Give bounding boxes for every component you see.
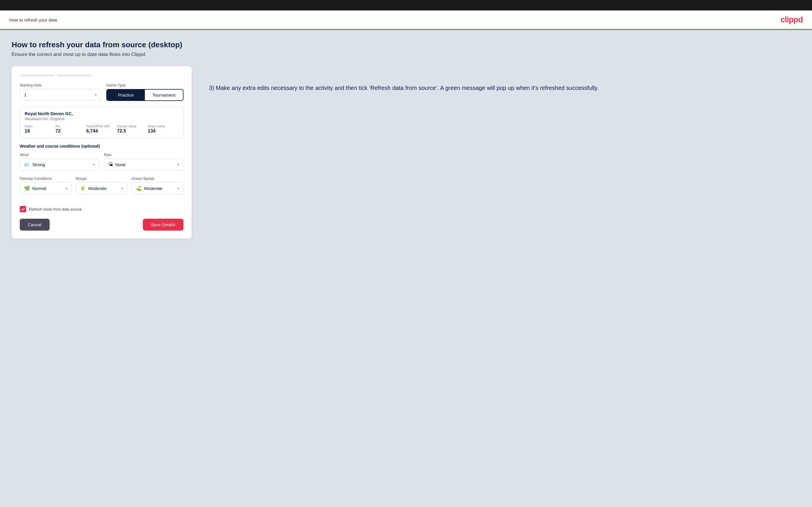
tab-placeholder-2 bbox=[57, 74, 92, 76]
fairway-group: Fairway Conditions 🌿 Normal ▾ bbox=[20, 176, 72, 194]
top-tabs bbox=[20, 74, 184, 76]
form-panel: Starting Hole 1 ▾ Game Type Practice Tou… bbox=[12, 66, 192, 239]
logo: clippd bbox=[781, 15, 803, 24]
course-stats: Holes 18 Par 72 Yards/White (M)) 6,744 C… bbox=[25, 124, 179, 134]
save-button[interactable]: Save Details bbox=[143, 219, 184, 231]
wind-select[interactable]: 💨 Strong ▾ bbox=[20, 159, 99, 171]
starting-hole-label: Starting Hole bbox=[20, 83, 101, 87]
green-speed-icon: ⛳ bbox=[136, 186, 142, 191]
wind-icon: 💨 bbox=[24, 162, 30, 167]
cancel-button[interactable]: Cancel bbox=[20, 219, 50, 231]
green-speed-select[interactable]: ⛳ Moderate ▾ bbox=[132, 182, 184, 194]
par-value: 72 bbox=[55, 128, 86, 134]
rough-label: Rough bbox=[76, 176, 128, 181]
rough-icon: 🌾 bbox=[80, 186, 86, 191]
main-content: How to refresh your data from source (de… bbox=[0, 30, 812, 507]
game-type-toggle: Practice Tournament bbox=[106, 89, 184, 101]
content-area: Starting Hole 1 ▾ Game Type Practice Tou… bbox=[12, 66, 800, 239]
header-title: How to refresh your data bbox=[9, 17, 57, 22]
rain-value: None bbox=[115, 162, 126, 167]
top-bar bbox=[0, 0, 812, 10]
wind-group: Wind 💨 Strong ▾ bbox=[20, 153, 99, 171]
stat-course-rating: Course rating 72.5 bbox=[117, 124, 148, 134]
wind-value: Strong bbox=[32, 162, 45, 167]
course-card: Royal North Devon GC, Westward Ho!, Engl… bbox=[20, 107, 184, 138]
tournament-button[interactable]: Tournament bbox=[145, 90, 183, 100]
wind-label: Wind bbox=[20, 153, 99, 157]
green-speed-group: Green Speed ⛳ Moderate ▾ bbox=[132, 176, 184, 194]
course-location: Westward Ho!, England bbox=[25, 117, 179, 121]
stat-par: Par 72 bbox=[55, 124, 86, 134]
rough-select-inner: 🌾 Moderate bbox=[80, 186, 107, 191]
rain-label: Rain bbox=[104, 153, 184, 157]
slope-rating-label: Slope rating bbox=[148, 124, 179, 128]
refresh-label: Refresh shots from data source bbox=[29, 207, 82, 212]
weather-section-label: Weather and course conditions (optional) bbox=[20, 144, 184, 149]
slope-rating-value: 134 bbox=[148, 128, 179, 134]
holes-value: 18 bbox=[25, 128, 55, 134]
header: How to refresh your data clippd bbox=[0, 10, 812, 30]
rain-group: Rain 🌤 None ▾ bbox=[104, 153, 184, 171]
wind-chevron-icon: ▾ bbox=[93, 163, 95, 167]
fairway-chevron-icon: ▾ bbox=[66, 186, 67, 190]
refresh-checkbox-row: Refresh shots from data source bbox=[20, 206, 184, 212]
tab-placeholder-1 bbox=[20, 74, 55, 76]
fairway-select-inner: 🌿 Normal bbox=[24, 186, 46, 191]
fairway-label: Fairway Conditions bbox=[20, 176, 72, 181]
rain-select-inner: 🌤 None bbox=[108, 162, 126, 167]
game-type-group: Game Type Practice Tournament bbox=[106, 83, 184, 101]
game-type-row: Starting Hole 1 ▾ Game Type Practice Tou… bbox=[20, 83, 184, 107]
rain-select[interactable]: 🌤 None ▾ bbox=[104, 159, 184, 170]
green-speed-select-inner: ⛳ Moderate bbox=[136, 186, 162, 191]
green-speed-chevron-icon: ▾ bbox=[177, 186, 179, 190]
checkmark-icon bbox=[21, 207, 25, 211]
green-speed-value: Moderate bbox=[144, 186, 162, 191]
rough-value: Moderate bbox=[88, 186, 107, 191]
stat-holes: Holes 18 bbox=[25, 124, 55, 134]
rough-chevron-icon: ▾ bbox=[121, 186, 123, 190]
yards-value: 6,744 bbox=[86, 128, 117, 134]
rough-select[interactable]: 🌾 Moderate ▾ bbox=[76, 182, 128, 194]
practice-button[interactable]: Practice bbox=[107, 90, 145, 100]
starting-hole-select[interactable]: 1 ▾ bbox=[20, 89, 101, 100]
rain-chevron-icon: ▾ bbox=[177, 162, 179, 167]
fairway-value: Normal bbox=[32, 186, 46, 191]
starting-hole-group: Starting Hole 1 ▾ bbox=[20, 83, 101, 100]
refresh-checkbox[interactable] bbox=[20, 206, 26, 212]
stat-slope-rating: Slope rating 134 bbox=[148, 124, 179, 134]
starting-hole-value: 1 bbox=[24, 92, 27, 97]
game-type-label: Game Type bbox=[106, 83, 184, 87]
wind-rain-row: Wind 💨 Strong ▾ Rain 🌤 None bbox=[20, 153, 184, 176]
starting-hole-chevron-icon: ▾ bbox=[95, 93, 97, 97]
description-panel: 3) Make any extra edits necessary to the… bbox=[209, 66, 800, 93]
rain-icon: 🌤 bbox=[108, 162, 113, 167]
par-label: Par bbox=[55, 124, 86, 128]
page-subheading: Ensure the correct and most up to date d… bbox=[12, 52, 800, 57]
yards-label: Yards/White (M)) bbox=[86, 124, 117, 128]
wind-select-inner: 💨 Strong bbox=[24, 162, 45, 167]
rough-group: Rough 🌾 Moderate ▾ bbox=[76, 176, 128, 194]
description-text: 3) Make any extra edits necessary to the… bbox=[209, 83, 800, 93]
button-row: Cancel Save Details bbox=[20, 219, 184, 231]
holes-label: Holes bbox=[25, 124, 55, 128]
conditions-row: Fairway Conditions 🌿 Normal ▾ Rough 🌾 bbox=[20, 176, 184, 200]
green-speed-label: Green Speed bbox=[132, 176, 184, 181]
fairway-icon: 🌿 bbox=[24, 186, 30, 191]
stat-yards: Yards/White (M)) 6,744 bbox=[86, 124, 117, 134]
course-rating-label: Course rating bbox=[117, 124, 148, 128]
course-name: Royal North Devon GC, bbox=[25, 111, 179, 116]
fairway-select[interactable]: 🌿 Normal ▾ bbox=[20, 182, 72, 194]
course-rating-value: 72.5 bbox=[117, 128, 148, 134]
page-heading: How to refresh your data from source (de… bbox=[12, 40, 800, 49]
